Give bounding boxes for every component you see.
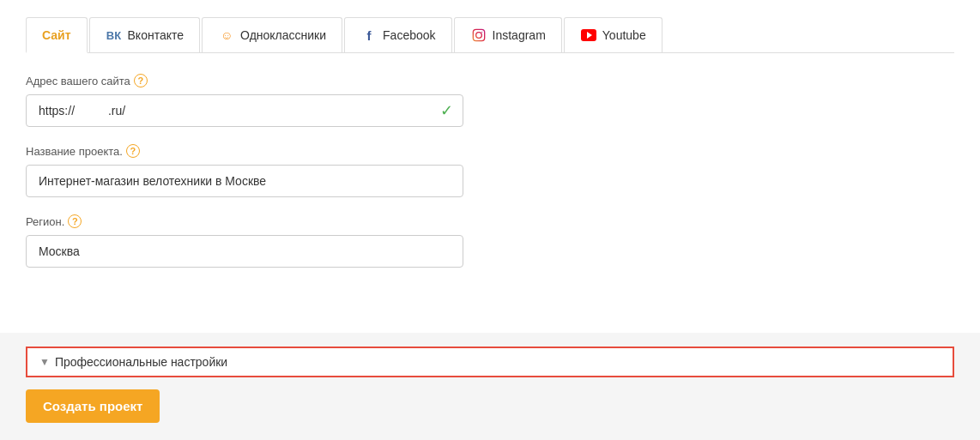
tab-ok-label: Одноклассники — [240, 28, 326, 42]
address-input[interactable] — [26, 94, 463, 127]
project-name-help-icon[interactable]: ? — [126, 144, 140, 158]
project-name-input-wrapper — [26, 165, 463, 197]
address-check-icon: ✓ — [440, 101, 453, 120]
svg-point-1 — [475, 33, 481, 39]
svg-rect-0 — [473, 29, 484, 40]
tab-ok[interactable]: ☺ Одноклассники — [202, 17, 342, 52]
region-help-icon[interactable]: ? — [68, 214, 82, 228]
professional-settings-toggle[interactable]: ▼ Профессиональные настройки — [26, 347, 954, 377]
tab-vk[interactable]: ВК Вконтакте — [89, 17, 201, 52]
ig-icon — [470, 27, 487, 44]
tab-fb[interactable]: f Facebook — [344, 17, 451, 52]
tab-fb-label: Facebook — [383, 28, 435, 42]
project-name-label: Название проекта. ? — [26, 144, 954, 158]
tabs-bar: Сайт ВК Вконтакте ☺ Одноклассники f Face… — [26, 17, 954, 53]
project-name-section: Название проекта. ? — [26, 144, 954, 197]
vk-icon: ВК — [106, 27, 123, 44]
professional-settings-label: Профессиональные настройки — [55, 355, 227, 369]
project-name-input[interactable] — [26, 165, 463, 197]
ok-icon: ☺ — [218, 27, 235, 44]
address-help-icon[interactable]: ? — [134, 74, 148, 87]
yt-icon — [580, 27, 597, 44]
address-label: Адрес вашего сайта ? — [26, 74, 954, 87]
address-section: Адрес вашего сайта ? ✓ — [26, 74, 954, 127]
tab-yt[interactable]: Youtube — [564, 17, 662, 52]
bottom-area: ▼ Профессиональные настройки Создать про… — [0, 333, 980, 440]
fb-icon: f — [360, 27, 378, 44]
region-label: Регион. ? — [26, 214, 954, 228]
tab-site-label: Сайт — [42, 28, 71, 42]
address-input-wrapper: ✓ — [26, 94, 463, 127]
svg-point-2 — [481, 32, 482, 33]
tab-ig[interactable]: Instagram — [454, 17, 562, 52]
main-area: Сайт ВК Вконтакте ☺ Одноклассники f Face… — [0, 0, 980, 333]
region-input[interactable] — [26, 235, 463, 268]
tab-site[interactable]: Сайт — [26, 17, 88, 53]
tab-ig-label: Instagram — [493, 28, 546, 42]
chevron-icon: ▼ — [39, 356, 50, 368]
create-project-button[interactable]: Создать проект — [26, 389, 160, 423]
region-input-wrapper — [26, 235, 463, 268]
tab-yt-label: Youtube — [602, 28, 646, 42]
tab-vk-label: Вконтакте — [128, 28, 185, 42]
region-section: Регион. ? — [26, 214, 954, 268]
